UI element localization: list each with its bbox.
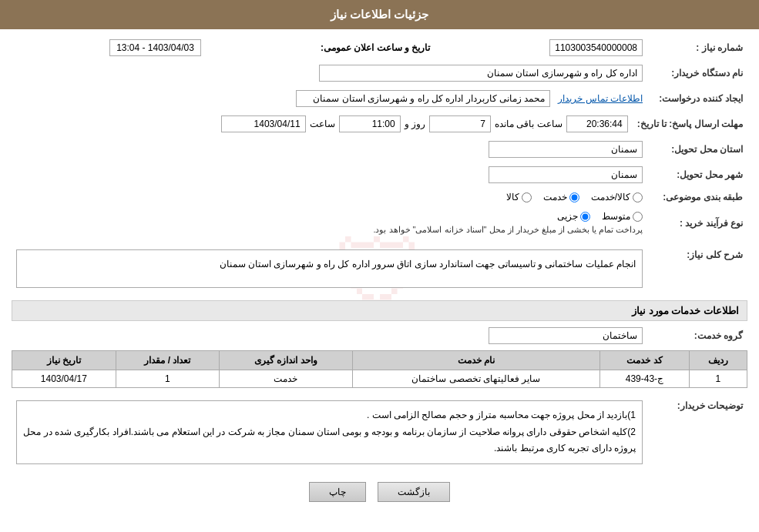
mohlat-label: مهلت ارسال پاسخ: تا تاریخ:: [633, 113, 747, 135]
noe-farayand-label: نوع فرآیند خرید :: [647, 209, 747, 237]
ettelaat-tamas-link[interactable]: اطلاعات تماس خریدار: [558, 93, 643, 104]
radio-motovaset[interactable]: متوسط: [602, 211, 643, 222]
col-radif: ردیف: [689, 351, 747, 370]
towzihat-line1: 1)بازدید از محل پروژه جهت محاسبه متراز و…: [23, 407, 636, 424]
mohlat-baqi-value: 20:36:44: [566, 115, 628, 132]
jozii-label: جزیی: [557, 211, 578, 222]
ostan-tahvil-value: سمنان: [489, 141, 643, 158]
radio-kala-khadamat[interactable]: کالا/خدمت: [591, 192, 643, 202]
tabaqe-kala-label: کالا: [506, 192, 519, 202]
mohlat-baqi-label: ساعت باقی مانده: [495, 119, 563, 129]
table-cell-4: 1: [116, 370, 220, 388]
table-cell-5: 1403/04/17: [12, 370, 116, 388]
motovaset-label: متوسط: [602, 211, 630, 222]
radio-jozii[interactable]: جزیی: [557, 211, 590, 222]
tabaqe-label: طبقه بندی موضوعی:: [647, 189, 747, 205]
tabaqe-kala-khadamat-label: کالا/خدمت: [591, 192, 630, 202]
page-header: جزئیات اطلاعات نیاز: [0, 0, 759, 29]
mohlat-roz-value: 7: [429, 115, 491, 132]
table-cell-3: خدمت: [220, 370, 352, 388]
ostan-tahvil-label: استان محل تحویل:: [647, 139, 747, 160]
shomare-niaz-label: شماره نیاز :: [647, 37, 747, 59]
button-row: بازگشت چاپ: [12, 482, 747, 502]
nam-dastgah-value: اداره کل راه و شهرسازی استان سمنان: [319, 65, 643, 82]
tabaqe-khadamat-label: خدمت: [543, 192, 567, 202]
col-kod: کد خدمت: [599, 351, 689, 370]
shahr-tahvil-label: شهر محل تحویل:: [647, 164, 747, 186]
radio-khadamat[interactable]: خدمت: [543, 192, 579, 202]
shomare-niaz-value: 1103003540000008: [549, 39, 643, 56]
col-tedad: تعداد / مقدار: [116, 351, 220, 370]
grohe-khadamat-value: ساختمان: [489, 327, 643, 344]
towzihat-line2: 2)کلیه اشخاص حقوقی دارای پروانه صلاحیت ا…: [23, 424, 636, 457]
table-cell-2: سایر فعالیتهای تخصصی ساختمان: [352, 370, 599, 388]
khadamat-section-title: اطلاعات خدمات مورد نیاز: [12, 300, 747, 321]
farayand-desc: پرداخت تمام یا بخشی از مبلغ خریدار از مح…: [16, 225, 643, 235]
mohlat-saat-value: 11:00: [339, 115, 401, 132]
col-nam: نام خدمت: [352, 351, 599, 370]
table-row: 1ج-43-439سایر فعالیتهای تخصصی ساختمانخدم…: [12, 370, 747, 388]
radio-kala[interactable]: کالا: [506, 192, 532, 202]
mohlat-roz-label: روز و: [405, 119, 425, 129]
towzihat-label: توضیحات خریدار:: [647, 394, 747, 470]
chap-button[interactable]: چاپ: [309, 482, 366, 502]
mohlat-date-value: 1403/04/11: [221, 115, 306, 132]
tarikh-elaan-label: تاریخ و ساعت اعلان عمومی:: [206, 37, 435, 59]
table-cell-1: ج-43-439: [599, 370, 689, 388]
col-tarikh: تاریخ نیاز: [12, 351, 116, 370]
bazgasht-button[interactable]: بازگشت: [378, 482, 450, 502]
nam-dastgah-label: نام دستگاه خریدار:: [647, 62, 747, 84]
eijad-konande-label: ایجاد کننده درخواست:: [647, 88, 747, 109]
shahr-tahvil-value: سمنان: [489, 166, 643, 183]
mohlat-saat-label: ساعت: [310, 119, 335, 129]
col-vahed: واحد اندازه گیری: [220, 351, 352, 370]
table-cell-0: 1: [689, 370, 747, 388]
towzihat-content: 1)بازدید از محل پروژه جهت محاسبه متراز و…: [16, 400, 643, 464]
sharh-label: شرح کلی نیاز:: [647, 243, 747, 294]
grohe-khadamat-label: گروه خدمت:: [647, 325, 747, 346]
sharh-value: انجام عملیات ساختمانی و تاسیساتی جهت است…: [16, 249, 643, 288]
tarikh-elaan-value: 1403/04/03 - 13:04: [109, 39, 201, 56]
page-title: جزئیات اطلاعات نیاز: [331, 8, 428, 21]
eijad-konande-value: محمد زمانی کاربردار اداره کل راه و شهرسا…: [296, 90, 550, 107]
